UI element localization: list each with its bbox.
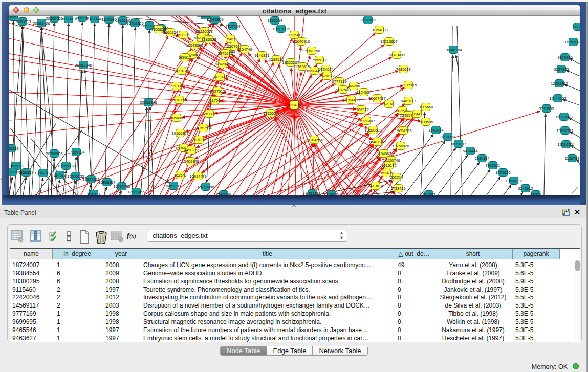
svg-text:12942737: 12942737 bbox=[34, 171, 51, 176]
svg-text:20053346: 20053346 bbox=[75, 63, 92, 68]
svg-text:7857224: 7857224 bbox=[225, 24, 240, 29]
svg-text:9457791: 9457791 bbox=[166, 184, 181, 188]
svg-text:16154808: 16154808 bbox=[371, 28, 387, 32]
svg-text:12093872: 12093872 bbox=[551, 81, 568, 86]
svg-text:19756928: 19756928 bbox=[392, 144, 409, 148]
svg-text:844: 844 bbox=[414, 112, 421, 116]
svg-text:12213382: 12213382 bbox=[168, 84, 185, 89]
svg-text:1621072: 1621072 bbox=[319, 74, 334, 78]
svg-text:6879197: 6879197 bbox=[451, 142, 466, 146]
svg-text:12444153: 12444153 bbox=[549, 96, 566, 101]
svg-text:11700: 11700 bbox=[210, 98, 220, 103]
svg-text:19654923: 19654923 bbox=[395, 128, 411, 133]
svg-text:1126753: 1126753 bbox=[565, 156, 580, 161]
svg-text:3215955: 3215955 bbox=[539, 106, 554, 111]
svg-text:15640910: 15640910 bbox=[293, 39, 310, 44]
svg-text:10688609: 10688609 bbox=[364, 128, 381, 133]
svg-text:9242848: 9242848 bbox=[215, 62, 230, 67]
svg-text:9227342: 9227342 bbox=[554, 67, 569, 72]
svg-text:2718126: 2718126 bbox=[174, 69, 189, 73]
svg-text:1588520: 1588520 bbox=[269, 57, 284, 62]
svg-text:6939695: 6939695 bbox=[418, 120, 433, 124]
svg-text:9146821: 9146821 bbox=[254, 53, 269, 58]
svg-text:12923465: 12923465 bbox=[127, 190, 144, 194]
svg-text:7386372: 7386372 bbox=[354, 107, 368, 112]
svg-text:645123: 645123 bbox=[306, 191, 318, 196]
svg-text:62160: 62160 bbox=[384, 102, 395, 106]
svg-text:13325419: 13325419 bbox=[286, 33, 302, 37]
svg-text:19054985: 19054985 bbox=[168, 116, 185, 120]
svg-text:16782759: 16782759 bbox=[113, 184, 130, 189]
svg-text:33524: 33524 bbox=[531, 192, 541, 196]
svg-text:12213967: 12213967 bbox=[380, 39, 397, 44]
svg-text:9474444: 9474444 bbox=[463, 149, 477, 154]
svg-text:10975887: 10975887 bbox=[57, 164, 74, 168]
svg-text:18133043: 18133043 bbox=[86, 17, 103, 21]
svg-text:11122: 11122 bbox=[573, 25, 580, 29]
svg-text:1615172: 1615172 bbox=[381, 163, 396, 168]
svg-text:252214: 252214 bbox=[390, 175, 403, 180]
svg-text:2087682: 2087682 bbox=[360, 18, 375, 23]
svg-text:2935114: 2935114 bbox=[475, 156, 490, 161]
svg-text:1830027: 1830027 bbox=[263, 111, 278, 116]
svg-text:16648784: 16648784 bbox=[445, 48, 462, 52]
svg-text:1156829: 1156829 bbox=[19, 170, 34, 175]
svg-text:10543362: 10543362 bbox=[186, 43, 203, 48]
svg-text:1835051: 1835051 bbox=[9, 164, 24, 168]
svg-text:16210643: 16210643 bbox=[555, 115, 572, 119]
svg-text:546: 546 bbox=[227, 37, 234, 41]
svg-text:1640954: 1640954 bbox=[428, 128, 443, 133]
svg-text:995013: 995013 bbox=[87, 192, 100, 196]
svg-text:18407249: 18407249 bbox=[368, 140, 385, 144]
svg-text:3267130: 3267130 bbox=[202, 112, 216, 116]
svg-text:887831: 887831 bbox=[192, 138, 205, 142]
svg-text:16961758: 16961758 bbox=[303, 49, 320, 53]
svg-text:15716485: 15716485 bbox=[197, 185, 214, 189]
svg-text:19218906: 19218906 bbox=[272, 27, 289, 31]
svg-text:7632621: 7632621 bbox=[485, 163, 500, 168]
svg-text:924502: 924502 bbox=[422, 192, 435, 196]
svg-text:1010755: 1010755 bbox=[171, 98, 186, 102]
svg-text:17016504: 17016504 bbox=[557, 142, 574, 147]
svg-text:1292346: 1292346 bbox=[216, 192, 231, 196]
svg-text:989617: 989617 bbox=[178, 55, 191, 60]
svg-text:7955812: 7955812 bbox=[312, 58, 326, 62]
svg-text:9427512: 9427512 bbox=[210, 89, 225, 94]
svg-text:16923: 16923 bbox=[326, 192, 337, 196]
svg-text:16914479: 16914479 bbox=[189, 174, 206, 179]
svg-text:17957223: 17957223 bbox=[82, 177, 99, 182]
svg-text:16033809: 16033809 bbox=[206, 17, 223, 22]
svg-text:2660503: 2660503 bbox=[9, 146, 19, 151]
svg-text:6497508: 6497508 bbox=[335, 87, 350, 92]
svg-text:9660124: 9660124 bbox=[163, 30, 178, 35]
svg-text:6734024: 6734024 bbox=[318, 67, 333, 72]
svg-text:12505135: 12505135 bbox=[67, 174, 84, 179]
svg-text:3919391: 3919391 bbox=[9, 170, 20, 174]
svg-text:9777169: 9777169 bbox=[332, 79, 346, 84]
svg-text:20053346: 20053346 bbox=[140, 100, 157, 105]
svg-text:19055713: 19055713 bbox=[14, 19, 31, 24]
svg-text:2803144: 2803144 bbox=[212, 75, 227, 79]
svg-text:15720407: 15720407 bbox=[358, 119, 375, 123]
svg-text:20691406: 20691406 bbox=[33, 21, 50, 26]
svg-text:8813054: 8813054 bbox=[267, 18, 282, 23]
svg-text:114519: 114519 bbox=[54, 173, 66, 178]
svg-text:19166827: 19166827 bbox=[171, 131, 188, 136]
svg-text:9463627: 9463627 bbox=[401, 99, 416, 103]
svg-text:21364436: 21364436 bbox=[342, 98, 359, 102]
svg-text:10607487: 10607487 bbox=[368, 96, 385, 101]
svg-text:891295: 891295 bbox=[177, 33, 189, 37]
svg-text:15409948: 15409948 bbox=[182, 159, 199, 164]
svg-text:9184067: 9184067 bbox=[376, 151, 391, 156]
svg-text:4498222: 4498222 bbox=[184, 148, 199, 152]
svg-text:8938923: 8938923 bbox=[440, 135, 455, 139]
svg-text:762540: 762540 bbox=[173, 173, 186, 178]
svg-text:10973493: 10973493 bbox=[388, 53, 405, 57]
svg-text:14353594: 14353594 bbox=[194, 126, 211, 130]
svg-text:3875685: 3875685 bbox=[217, 51, 232, 56]
svg-text:7485063: 7485063 bbox=[396, 67, 410, 72]
svg-text:18724007: 18724007 bbox=[285, 103, 303, 107]
svg-text:3124534: 3124534 bbox=[356, 90, 371, 95]
svg-text:9329996: 9329996 bbox=[557, 55, 572, 60]
svg-text:9245612: 9245612 bbox=[518, 186, 533, 191]
